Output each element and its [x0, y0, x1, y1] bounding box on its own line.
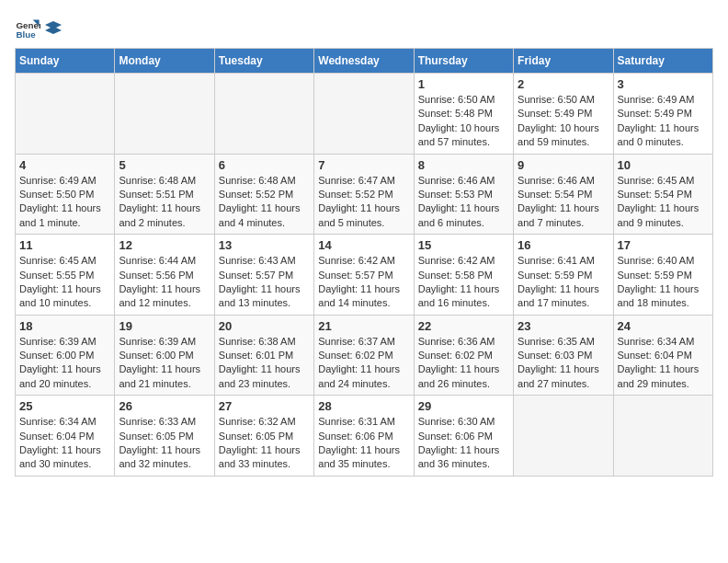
- day-info: Sunrise: 6:30 AM Sunset: 6:06 PM Dayligh…: [418, 415, 509, 472]
- calendar-cell: [214, 74, 313, 155]
- day-number: 17: [618, 238, 709, 252]
- day-info: Sunrise: 6:33 AM Sunset: 6:05 PM Dayligh…: [119, 415, 210, 472]
- day-info: Sunrise: 6:42 AM Sunset: 5:58 PM Dayligh…: [418, 254, 509, 311]
- calendar-cell: 16Sunrise: 6:41 AM Sunset: 5:59 PM Dayli…: [514, 235, 613, 316]
- calendar-cell: 14Sunrise: 6:42 AM Sunset: 5:57 PM Dayli…: [314, 235, 414, 316]
- day-number: 10: [618, 158, 709, 172]
- day-info: Sunrise: 6:46 AM Sunset: 5:54 PM Dayligh…: [518, 174, 609, 231]
- calendar-cell: 27Sunrise: 6:32 AM Sunset: 6:05 PM Dayli…: [214, 396, 313, 477]
- day-info: Sunrise: 6:40 AM Sunset: 5:59 PM Dayligh…: [618, 254, 709, 311]
- day-info: Sunrise: 6:41 AM Sunset: 5:59 PM Dayligh…: [518, 254, 609, 311]
- calendar-cell: 25Sunrise: 6:34 AM Sunset: 6:04 PM Dayli…: [16, 396, 115, 477]
- column-header-wednesday: Wednesday: [314, 49, 414, 74]
- calendar-cell: 9Sunrise: 6:46 AM Sunset: 5:54 PM Daylig…: [514, 154, 613, 235]
- column-header-tuesday: Tuesday: [214, 49, 313, 74]
- calendar-cell: 15Sunrise: 6:42 AM Sunset: 5:58 PM Dayli…: [414, 235, 513, 316]
- calendar-cell: 8Sunrise: 6:46 AM Sunset: 5:53 PM Daylig…: [414, 154, 513, 235]
- column-header-friday: Friday: [514, 49, 613, 74]
- day-number: 9: [518, 158, 609, 172]
- day-number: 6: [219, 158, 310, 172]
- day-info: Sunrise: 6:35 AM Sunset: 6:03 PM Dayligh…: [518, 335, 609, 392]
- day-number: 23: [518, 319, 609, 333]
- day-number: 11: [19, 238, 110, 252]
- day-number: 5: [119, 158, 210, 172]
- day-number: 13: [219, 238, 310, 252]
- day-info: Sunrise: 6:44 AM Sunset: 5:56 PM Dayligh…: [119, 254, 210, 311]
- day-info: Sunrise: 6:45 AM Sunset: 5:55 PM Dayligh…: [19, 254, 110, 311]
- day-info: Sunrise: 6:37 AM Sunset: 6:02 PM Dayligh…: [318, 335, 409, 392]
- svg-marker-3: [45, 21, 62, 34]
- calendar-cell: 11Sunrise: 6:45 AM Sunset: 5:55 PM Dayli…: [16, 235, 115, 316]
- day-number: 21: [318, 319, 409, 333]
- logo: General Blue: [15, 15, 63, 40]
- day-info: Sunrise: 6:34 AM Sunset: 6:04 PM Dayligh…: [618, 335, 709, 392]
- day-info: Sunrise: 6:39 AM Sunset: 6:00 PM Dayligh…: [19, 335, 110, 392]
- day-number: 20: [219, 319, 310, 333]
- calendar-week-row: 1Sunrise: 6:50 AM Sunset: 5:48 PM Daylig…: [16, 74, 713, 155]
- day-number: 19: [119, 319, 210, 333]
- day-number: 16: [518, 238, 609, 252]
- column-header-monday: Monday: [115, 49, 214, 74]
- calendar-cell: 26Sunrise: 6:33 AM Sunset: 6:05 PM Dayli…: [115, 396, 214, 477]
- calendar-cell: [115, 74, 214, 155]
- day-info: Sunrise: 6:36 AM Sunset: 6:02 PM Dayligh…: [418, 335, 509, 392]
- day-number: 18: [19, 319, 110, 333]
- calendar-week-row: 11Sunrise: 6:45 AM Sunset: 5:55 PM Dayli…: [16, 235, 713, 316]
- day-number: 8: [418, 158, 509, 172]
- day-number: 4: [19, 158, 110, 172]
- column-header-thursday: Thursday: [414, 49, 513, 74]
- day-number: 1: [418, 77, 509, 91]
- calendar-cell: 6Sunrise: 6:48 AM Sunset: 5:52 PM Daylig…: [214, 154, 313, 235]
- calendar-cell: 23Sunrise: 6:35 AM Sunset: 6:03 PM Dayli…: [514, 315, 613, 396]
- day-info: Sunrise: 6:48 AM Sunset: 5:52 PM Dayligh…: [219, 174, 310, 231]
- calendar-cell: 19Sunrise: 6:39 AM Sunset: 6:00 PM Dayli…: [115, 315, 214, 396]
- calendar-cell: [314, 74, 414, 155]
- calendar-table: SundayMondayTuesdayWednesdayThursdayFrid…: [15, 48, 713, 477]
- calendar-cell: 3Sunrise: 6:49 AM Sunset: 5:49 PM Daylig…: [613, 74, 712, 155]
- logo-icon: General Blue: [15, 15, 40, 40]
- day-info: Sunrise: 6:49 AM Sunset: 5:50 PM Dayligh…: [19, 174, 110, 231]
- day-info: Sunrise: 6:46 AM Sunset: 5:53 PM Dayligh…: [418, 174, 509, 231]
- calendar-body: 1Sunrise: 6:50 AM Sunset: 5:48 PM Daylig…: [16, 74, 713, 477]
- day-number: 15: [418, 238, 509, 252]
- calendar-cell: 21Sunrise: 6:37 AM Sunset: 6:02 PM Dayli…: [314, 315, 414, 396]
- calendar-cell: 28Sunrise: 6:31 AM Sunset: 6:06 PM Dayli…: [314, 396, 414, 477]
- calendar-cell: 2Sunrise: 6:50 AM Sunset: 5:49 PM Daylig…: [514, 74, 613, 155]
- calendar-cell: 17Sunrise: 6:40 AM Sunset: 5:59 PM Dayli…: [613, 235, 712, 316]
- day-info: Sunrise: 6:43 AM Sunset: 5:57 PM Dayligh…: [219, 254, 310, 311]
- calendar-cell: 10Sunrise: 6:45 AM Sunset: 5:54 PM Dayli…: [613, 154, 712, 235]
- day-number: 12: [119, 238, 210, 252]
- calendar-cell: 13Sunrise: 6:43 AM Sunset: 5:57 PM Dayli…: [214, 235, 313, 316]
- day-number: 24: [618, 319, 709, 333]
- day-info: Sunrise: 6:50 AM Sunset: 5:49 PM Dayligh…: [518, 93, 609, 150]
- day-number: 25: [19, 399, 110, 413]
- calendar-cell: [16, 74, 115, 155]
- day-info: Sunrise: 6:39 AM Sunset: 6:00 PM Dayligh…: [119, 335, 210, 392]
- column-header-saturday: Saturday: [613, 49, 712, 74]
- calendar-week-row: 4Sunrise: 6:49 AM Sunset: 5:50 PM Daylig…: [16, 154, 713, 235]
- logo-bird-icon: [45, 19, 62, 36]
- day-number: 7: [318, 158, 409, 172]
- day-number: 14: [318, 238, 409, 252]
- day-info: Sunrise: 6:32 AM Sunset: 6:05 PM Dayligh…: [219, 415, 310, 472]
- day-number: 26: [119, 399, 210, 413]
- day-info: Sunrise: 6:47 AM Sunset: 5:52 PM Dayligh…: [318, 174, 409, 231]
- calendar-cell: [613, 396, 712, 477]
- calendar-cell: 20Sunrise: 6:38 AM Sunset: 6:01 PM Dayli…: [214, 315, 313, 396]
- day-info: Sunrise: 6:31 AM Sunset: 6:06 PM Dayligh…: [318, 415, 409, 472]
- day-info: Sunrise: 6:42 AM Sunset: 5:57 PM Dayligh…: [318, 254, 409, 311]
- calendar-cell: 29Sunrise: 6:30 AM Sunset: 6:06 PM Dayli…: [414, 396, 513, 477]
- svg-text:Blue: Blue: [16, 29, 36, 40]
- day-number: 22: [418, 319, 509, 333]
- column-header-sunday: Sunday: [16, 49, 115, 74]
- calendar-cell: 24Sunrise: 6:34 AM Sunset: 6:04 PM Dayli…: [613, 315, 712, 396]
- day-number: 29: [418, 399, 509, 413]
- calendar-week-row: 18Sunrise: 6:39 AM Sunset: 6:00 PM Dayli…: [16, 315, 713, 396]
- day-info: Sunrise: 6:45 AM Sunset: 5:54 PM Dayligh…: [618, 174, 709, 231]
- calendar-cell: 12Sunrise: 6:44 AM Sunset: 5:56 PM Dayli…: [115, 235, 214, 316]
- calendar-cell: 18Sunrise: 6:39 AM Sunset: 6:00 PM Dayli…: [16, 315, 115, 396]
- day-number: 27: [219, 399, 310, 413]
- day-number: 2: [518, 77, 609, 91]
- calendar-cell: 7Sunrise: 6:47 AM Sunset: 5:52 PM Daylig…: [314, 154, 414, 235]
- day-info: Sunrise: 6:48 AM Sunset: 5:51 PM Dayligh…: [119, 174, 210, 231]
